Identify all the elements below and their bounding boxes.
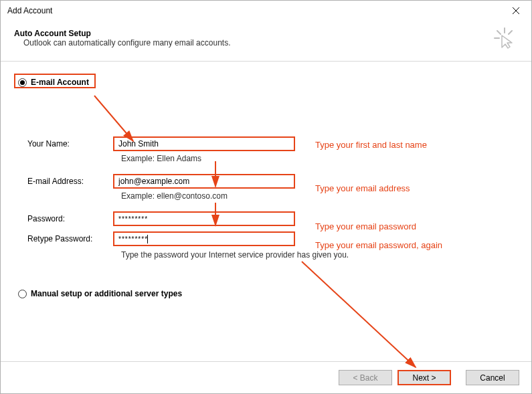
password-note: Type the password your Internet service …	[121, 250, 518, 260]
svg-line-4	[497, 31, 501, 34]
close-icon	[513, 7, 519, 14]
back-button: < Back	[339, 370, 392, 385]
retype-input[interactable]: *********	[113, 231, 295, 246]
dialog-header: Auto Account Setup Outlook can automatic…	[1, 21, 531, 62]
name-input[interactable]	[113, 136, 295, 151]
hint-password: Type your email password	[315, 221, 416, 231]
header-subtitle: Outlook can automatically configure many…	[23, 38, 518, 47]
radio-manual-setup[interactable]: Manual setup or additional server types	[18, 289, 182, 298]
next-button[interactable]: Next >	[397, 370, 451, 385]
highlight-radio	[14, 74, 96, 88]
cancel-button[interactable]: Cancel	[466, 370, 519, 385]
titlebar: Add Account	[1, 1, 531, 21]
close-button[interactable]	[501, 1, 531, 21]
hint-name: Type your first and last name	[315, 140, 427, 150]
window-title: Add Account	[7, 6, 501, 15]
retype-label: Retype Password:	[27, 234, 113, 243]
email-input[interactable]	[113, 174, 295, 189]
add-account-window: Add Account Auto Account Setup Outlook c…	[0, 0, 532, 394]
form-area: Your Name: Example: Ellen Adams E-mail A…	[27, 136, 518, 260]
name-label: Your Name:	[27, 139, 113, 149]
hint-email: Type your email address	[315, 183, 410, 193]
name-example: Example: Ellen Adams	[121, 154, 518, 163]
password-label: Password:	[27, 214, 113, 223]
header-title: Auto Account Setup	[14, 29, 518, 38]
wizard-cursor-icon	[494, 27, 515, 49]
email-label: E-mail Address:	[27, 177, 113, 186]
radio-manual-label: Manual setup or additional server types	[31, 289, 182, 298]
svg-line-5	[509, 31, 512, 34]
radio-icon	[18, 290, 27, 298]
password-input[interactable]: *********	[113, 211, 295, 226]
dialog-footer: < Back Next > Cancel	[1, 361, 531, 393]
hint-retype: Type your email password, again	[315, 240, 442, 250]
dialog-content: E-mail Account Your Name: Example: Ellen…	[1, 62, 531, 356]
